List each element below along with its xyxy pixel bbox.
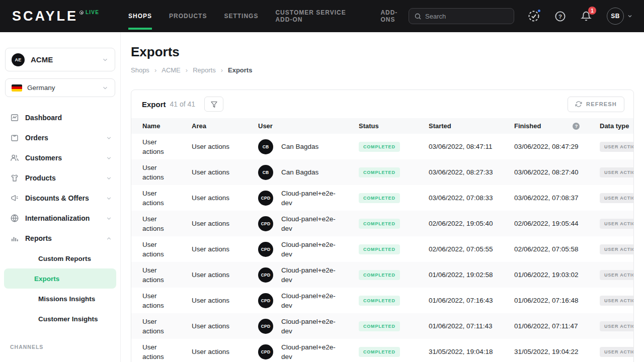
started-timestamp: 01/06/2022, 07:11:43: [429, 322, 514, 330]
user-avatar[interactable]: SB: [607, 8, 624, 25]
nav-item-settings[interactable]: SETTINGS: [224, 0, 258, 32]
started-timestamp: 02/06/2022, 19:05:40: [429, 220, 514, 227]
table-row[interactable]: User actions User actions CB Can Bagdas …: [131, 159, 633, 185]
export-name: User actions: [131, 317, 192, 336]
table-row[interactable]: User actions User actions CPD Cloud-pane…: [131, 288, 633, 313]
sidebar-item-customer-insights[interactable]: Customer Insights: [4, 309, 116, 329]
sidebar-item-missions-insights[interactable]: Missions Insights: [4, 289, 116, 309]
table-row[interactable]: User actions User actions CPD Cloud-pane…: [131, 313, 633, 339]
table-row[interactable]: User actions User actions CPD Cloud-pane…: [131, 211, 633, 236]
logo-mark-icon: [79, 11, 84, 15]
sidebar-item-reports[interactable]: Reports: [0, 228, 120, 248]
filter-button[interactable]: [204, 97, 223, 112]
nav-item-products[interactable]: PRODUCTS: [169, 0, 207, 32]
country-selector[interactable]: Germany: [5, 78, 115, 97]
status-badge: COMPLETED: [359, 296, 400, 306]
data-type-badge: USER ACTIONS: [600, 142, 634, 152]
sidebar-menu: Dashboard Orders Customers: [0, 108, 120, 329]
panel-count: 41 of 41: [170, 100, 196, 108]
status-cell: COMPLETED: [359, 193, 429, 203]
export-area: User actions: [192, 194, 258, 202]
notifications-bell-icon[interactable]: 1: [580, 10, 593, 23]
export-area: User actions: [192, 245, 258, 253]
top-navigation: SHOPS PRODUCTS SETTINGS CUSTOMER SERVICE…: [128, 0, 409, 32]
main-content: Exports Shops › ACME › Reports › Exports…: [121, 32, 644, 362]
row-user-avatar: CPD: [258, 216, 273, 231]
started-timestamp: 01/06/2022, 19:02:58: [429, 271, 514, 279]
row-user-name: Can Bagdas: [281, 167, 318, 177]
data-type-cell: USER ACTIONS: [600, 321, 634, 331]
top-bar-actions: ? 1 SB: [409, 8, 633, 25]
sidebar-item-discounts-offers[interactable]: Discounts & Offers: [0, 188, 120, 208]
sidebar-item-dashboard[interactable]: Dashboard: [0, 108, 120, 128]
data-type-badge: USER ACTIONS: [600, 296, 634, 306]
status-cell: COMPLETED: [359, 244, 429, 254]
column-header-user: User: [258, 122, 359, 130]
environment-badge: LIVE: [86, 10, 99, 15]
user-menu-chevron-icon[interactable]: [627, 13, 633, 19]
sidebar-item-internationalization[interactable]: Internationalization: [0, 208, 120, 228]
page-title: Exports: [131, 44, 634, 60]
finished-info-icon[interactable]: ?: [573, 123, 580, 130]
status-cell: COMPLETED: [359, 167, 429, 177]
shop-selector[interactable]: AE ACME: [5, 48, 115, 71]
export-area: User actions: [192, 348, 258, 355]
user-cell: CB Can Bagdas: [258, 165, 359, 180]
panel-header: Export 41 of 41 REFRESH: [131, 90, 633, 118]
help-icon[interactable]: ?: [553, 10, 567, 23]
sidebar-item-products[interactable]: Products: [0, 168, 120, 188]
sidebar-item-exports[interactable]: Exports: [4, 268, 116, 289]
nav-item-customer-service-add-on[interactable]: CUSTOMER SERVICE ADD-ON: [275, 0, 363, 32]
data-type-cell: USER ACTIONS: [600, 244, 634, 254]
export-name: User actions: [131, 291, 192, 310]
table-row[interactable]: User actions User actions CPD Cloud-pane…: [131, 339, 633, 362]
column-header-finished-label: Finished: [514, 122, 541, 130]
search-input[interactable]: [425, 13, 506, 20]
sidebar-item-customers[interactable]: Customers: [0, 148, 120, 168]
column-header-name: Name: [131, 122, 192, 130]
finished-timestamp: 01/06/2022, 19:03:02: [514, 271, 600, 279]
table-header: Name Area User Status Started Finished ?…: [131, 118, 633, 134]
status-badge: COMPLETED: [359, 321, 400, 331]
table-row[interactable]: User actions User actions CPD Cloud-pane…: [131, 236, 633, 262]
data-type-cell: USER ACTIONS: [600, 347, 634, 357]
row-user-name: Cloud-panel+e2e-dev: [281, 291, 337, 310]
notification-count-badge: 1: [588, 7, 596, 15]
search-box[interactable]: [409, 8, 514, 24]
table-row[interactable]: User actions User actions CPD Cloud-pane…: [131, 185, 633, 211]
user-cell: CPD Cloud-panel+e2e-dev: [258, 317, 359, 336]
nav-item-add-ons[interactable]: ADD-ONS: [380, 0, 409, 32]
finished-timestamp: 01/06/2022, 07:11:47: [514, 322, 600, 330]
export-area: User actions: [192, 220, 258, 227]
breadcrumb-acme[interactable]: ACME: [162, 66, 181, 74]
breadcrumb-exports: Exports: [228, 66, 252, 74]
status-badge: COMPLETED: [359, 270, 400, 280]
data-type-badge: USER ACTIONS: [600, 193, 634, 203]
column-header-data-type: Data type: [600, 122, 634, 130]
sidebar-item-custom-reports[interactable]: Custom Reports: [4, 248, 116, 268]
column-header-area: Area: [192, 122, 258, 130]
breadcrumb-reports[interactable]: Reports: [193, 66, 216, 74]
user-cell: CPD Cloud-panel+e2e-dev: [258, 265, 359, 285]
breadcrumb-shops[interactable]: Shops: [131, 66, 149, 74]
data-type-badge: USER ACTIONS: [600, 219, 634, 229]
breadcrumb: Shops › ACME › Reports › Exports: [131, 66, 634, 74]
tasks-indicator-dot: [537, 9, 541, 13]
refresh-button[interactable]: REFRESH: [568, 97, 624, 112]
row-user-name: Cloud-panel+e2e-dev: [281, 240, 337, 259]
sidebar-item-orders[interactable]: Orders: [0, 128, 120, 148]
status-cell: COMPLETED: [359, 296, 429, 306]
data-type-cell: USER ACTIONS: [600, 167, 634, 177]
table-row[interactable]: User actions User actions CB Can Bagdas …: [131, 134, 633, 159]
table-row[interactable]: User actions User actions CPD Cloud-pane…: [131, 262, 633, 288]
tasks-status-icon[interactable]: [527, 10, 540, 23]
country-name: Germany: [27, 84, 55, 92]
brand-logo[interactable]: SCAYLE LIVE: [12, 8, 99, 25]
chevron-down-icon: [102, 84, 109, 92]
user-cell: CPD Cloud-panel+e2e-dev: [258, 189, 359, 208]
logo-text: SCAYLE: [12, 8, 78, 25]
column-header-started: Started: [429, 122, 514, 130]
shop-name: ACME: [31, 55, 53, 64]
nav-item-shops[interactable]: SHOPS: [128, 0, 152, 32]
user-cell: CB Can Bagdas: [258, 139, 359, 154]
